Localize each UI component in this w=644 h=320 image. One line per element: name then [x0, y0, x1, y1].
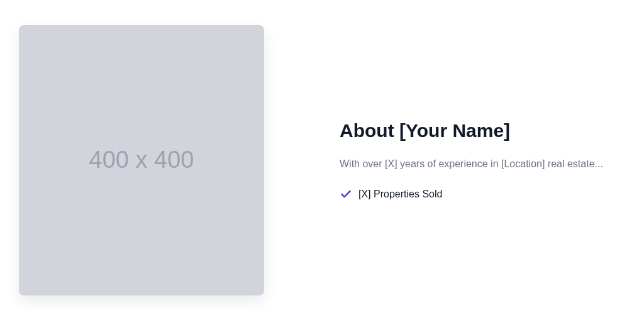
- check-icon: [340, 188, 352, 201]
- about-content: About [Your Name] With over [X] years of…: [340, 120, 625, 201]
- about-description: With over [X] years of experience in [Lo…: [340, 157, 625, 172]
- profile-image-placeholder: 400 x 400: [19, 25, 264, 295]
- about-heading: About [Your Name]: [340, 120, 625, 141]
- achievement-item: [X] Properties Sold: [340, 188, 625, 201]
- placeholder-dimensions: 400 x 400: [89, 146, 194, 174]
- about-section: 400 x 400 About [Your Name] With over [X…: [0, 0, 644, 320]
- achievement-text: [X] Properties Sold: [358, 189, 442, 200]
